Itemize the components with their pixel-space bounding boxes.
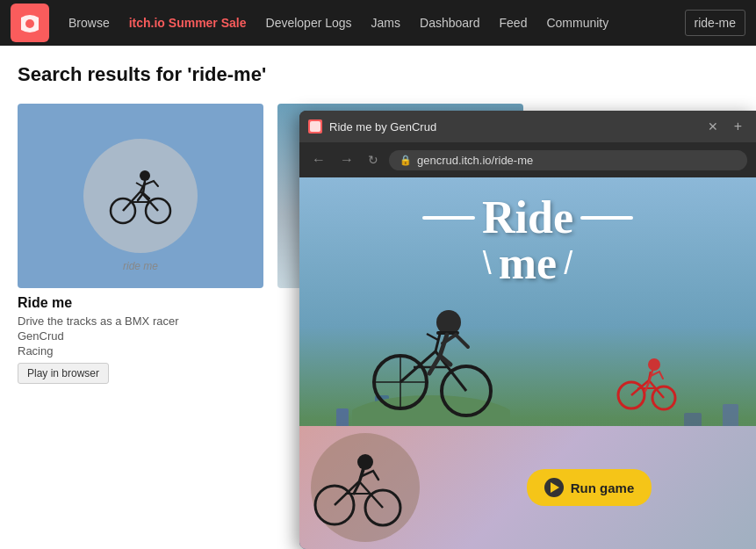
title-row-2: \ me / [422,241,633,286]
game-title-word1: Ride [482,195,573,241]
svg-line-27 [649,380,664,384]
svg-line-21 [427,334,438,340]
game-banner-title: Ride \ me / [422,195,633,286]
nav-developer-logs[interactable]: Developer Logs [257,11,361,35]
thumb-label: ride me [123,260,158,272]
browser-tab-title: Ride me by GenCrud [329,120,697,134]
bmx-rider-icon [101,156,180,235]
browser-url: gencrud.itch.io/ride-me [417,154,533,167]
dash-right [580,216,633,220]
game-card-ride-me: ride me Ride me Drive the tracks as a BM… [18,104,263,384]
browser-tab-add[interactable]: + [729,117,747,136]
search-heading: Search results for 'ride-me' [18,63,738,86]
browser-toolbar: ← → ↻ 🔒 gencrud.itch.io/ride-me [299,142,756,177]
svg-point-1 [25,19,34,28]
game-title-word2: me [499,241,557,286]
svg-point-10 [140,170,150,181]
svg-point-30 [648,358,660,371]
browser-back-button[interactable]: ← [308,150,329,170]
browser-refresh-button[interactable]: ↻ [364,151,382,169]
browser-lock-icon: 🔒 [400,155,412,166]
nav-dashboard[interactable]: Dashboard [411,11,489,35]
browser-titlebar: Ride me by GenCrud ✕ + [299,111,756,142]
slash-right-icon: / [564,245,572,282]
nav-browse[interactable]: Browse [60,11,119,35]
dash-left [422,216,475,220]
nav-username[interactable]: ride-me [685,10,745,36]
svg-rect-11 [310,121,320,132]
svg-point-22 [436,310,461,335]
secondary-bmx-rider-icon [607,347,686,384]
game-description: Drive the tracks as a BMX racer [18,314,263,328]
browser-game-content: Ride \ me / [299,177,756,384]
slash-left-icon: \ [483,245,492,282]
nav-feed[interactable]: Feed [491,11,536,35]
thumbnail-image: ride me [18,104,263,288]
browser-tab-close[interactable]: ✕ [704,118,722,135]
nav-jams[interactable]: Jams [363,11,409,35]
browser-overlay: Ride me by GenCrud ✕ + ← → ↻ 🔒 gencrud.i… [299,111,756,384]
nav-community[interactable]: Community [537,11,617,35]
svg-point-24 [618,382,644,384]
browser-favicon [308,119,322,134]
thumb-circle [83,139,198,253]
play-in-browser-button[interactable]: Play in browser [18,363,109,384]
site-logo[interactable] [11,4,49,42]
game-title[interactable]: Ride me [18,295,263,311]
navigation-bar: Browse itch.io Summer Sale Developer Log… [0,0,756,46]
game-thumbnail[interactable]: ride me [18,104,263,288]
game-genre: Racing [18,344,263,358]
svg-line-20 [436,334,440,351]
nav-summer-sale[interactable]: itch.io Summer Sale [120,11,256,35]
main-bmx-rider-icon [352,285,510,384]
browser-addressbar[interactable]: 🔒 gencrud.itch.io/ride-me [389,150,747,170]
title-row-1: Ride [422,195,633,241]
game-banner: Ride \ me / [299,177,756,384]
browser-forward-button[interactable]: → [336,150,357,170]
game-developer[interactable]: GenCrud [18,329,263,343]
nav-links: Browse itch.io Summer Sale Developer Log… [60,11,685,35]
